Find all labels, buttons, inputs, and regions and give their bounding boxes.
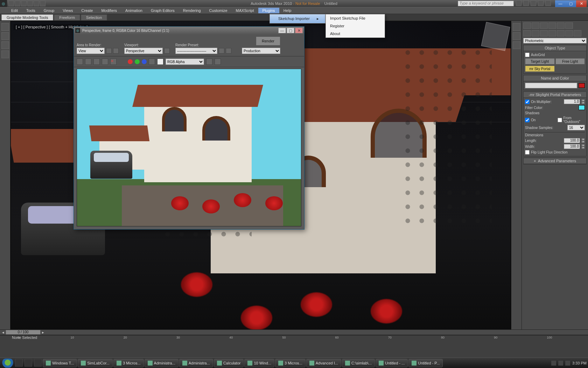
cat-spacewarps-icon[interactable] bbox=[565, 30, 573, 36]
cat-cameras-icon[interactable] bbox=[548, 30, 556, 36]
cmdtab-create-icon[interactable] bbox=[523, 22, 531, 29]
menu-maxscript[interactable]: MAXScript bbox=[232, 8, 258, 13]
shadows-on-checkbox[interactable] bbox=[525, 118, 530, 122]
cmdtab-modify-icon[interactable] bbox=[532, 22, 539, 29]
time-ruler[interactable]: 0 10 20 30 40 50 60 70 80 90 100 bbox=[0, 335, 588, 335]
object-color-swatch[interactable] bbox=[579, 83, 585, 88]
menuitem-import-sketchup[interactable]: Import Sketchup File bbox=[326, 14, 385, 22]
rollout-header[interactable]: + Advanced Parameters bbox=[524, 158, 586, 164]
lock-viewport-icon[interactable] bbox=[164, 48, 170, 54]
cat-lights-icon[interactable] bbox=[540, 30, 548, 36]
help-search-input[interactable]: Type a keyword or phrase bbox=[458, 1, 514, 6]
help-icon[interactable] bbox=[545, 0, 551, 6]
environment-icon[interactable] bbox=[226, 48, 231, 54]
btn-mr-sky-portal[interactable]: mr Sky Portal bbox=[525, 66, 555, 72]
tray-icon[interactable] bbox=[558, 361, 563, 366]
clear-icon[interactable]: ✕ bbox=[110, 59, 117, 65]
task-item[interactable]: Administra... bbox=[145, 359, 178, 367]
task-item[interactable]: Untitled - ... bbox=[376, 359, 408, 367]
tab-freeform[interactable]: Freeform bbox=[54, 14, 80, 20]
menu-customize[interactable]: Customize bbox=[205, 8, 232, 13]
copy-image-icon[interactable] bbox=[85, 59, 91, 65]
production-dropdown[interactable]: Production bbox=[242, 48, 280, 54]
qat-new-icon[interactable] bbox=[8, 1, 14, 6]
spin-up-icon[interactable]: ▴ bbox=[581, 99, 585, 102]
time-slider-thumb[interactable]: 0 / 100 bbox=[6, 330, 41, 335]
tool-percent-icon[interactable] bbox=[513, 41, 520, 49]
tray-clock[interactable]: 3:33 PM bbox=[572, 361, 587, 365]
menu-grapheditors[interactable]: Graph Editors bbox=[147, 8, 179, 13]
qat-undo-icon[interactable] bbox=[27, 1, 33, 6]
render-min-button[interactable]: — bbox=[278, 28, 286, 33]
menu-create[interactable]: Create bbox=[77, 8, 97, 13]
subscription-icon[interactable] bbox=[523, 0, 529, 6]
menu-rendering[interactable]: Rendering bbox=[179, 8, 205, 13]
menu-tools[interactable]: Tools bbox=[22, 8, 40, 13]
cmdtab-display-icon[interactable] bbox=[557, 22, 565, 29]
cmdtab-hierarchy-icon[interactable] bbox=[540, 22, 548, 29]
viewport-dropdown[interactable]: Perspective bbox=[124, 48, 163, 54]
btn-target-light[interactable]: Target Light bbox=[525, 58, 555, 64]
btn-free-light[interactable]: Free Light bbox=[555, 58, 585, 64]
ql-explorer-icon[interactable] bbox=[24, 359, 32, 367]
favorites-icon[interactable] bbox=[538, 0, 544, 6]
tool-select-icon[interactable] bbox=[1, 23, 9, 31]
minimize-button[interactable]: — bbox=[555, 0, 566, 7]
channel-green-icon[interactable] bbox=[135, 59, 140, 64]
task-item[interactable]: Calculator bbox=[214, 359, 244, 367]
shadow-samples-dropdown[interactable]: 16 bbox=[567, 125, 585, 130]
comm-icon[interactable] bbox=[531, 0, 536, 6]
tool-snap-icon[interactable] bbox=[513, 23, 520, 31]
qat-open-icon[interactable] bbox=[15, 1, 20, 6]
tool-scale-icon[interactable] bbox=[1, 50, 9, 58]
clone-window-icon[interactable] bbox=[93, 59, 100, 65]
toggle-ui-icon[interactable] bbox=[215, 59, 221, 65]
cat-systems-icon[interactable] bbox=[574, 30, 581, 36]
rollout-header[interactable]: Name and Color bbox=[524, 75, 586, 81]
start-button[interactable] bbox=[1, 359, 14, 368]
task-item[interactable]: 3 Micros... bbox=[113, 359, 144, 367]
rollout-header[interactable]: Object Type bbox=[524, 45, 586, 51]
menuitem-register[interactable]: Register bbox=[326, 22, 385, 30]
tool-rotate-icon[interactable] bbox=[1, 41, 9, 49]
qat-more-icon[interactable] bbox=[40, 1, 46, 6]
tray-icon[interactable] bbox=[551, 361, 556, 366]
filter-color-swatch[interactable] bbox=[579, 105, 585, 110]
task-item[interactable]: Windows T... bbox=[43, 359, 77, 367]
task-item[interactable]: C:\simlab\... bbox=[342, 359, 375, 367]
cat-shapes-icon[interactable] bbox=[532, 30, 539, 36]
autogrid-checkbox[interactable] bbox=[525, 53, 530, 57]
app-logo-icon[interactable]: ◎ bbox=[0, 0, 7, 7]
tray-volume-icon[interactable] bbox=[565, 361, 570, 366]
menu-modifiers[interactable]: Modifiers bbox=[97, 8, 121, 13]
qat-redo-icon[interactable] bbox=[34, 1, 39, 6]
spin-down-icon[interactable]: ▾ bbox=[581, 102, 585, 104]
channel-blue-icon[interactable] bbox=[142, 59, 147, 64]
channel-red-icon[interactable] bbox=[128, 59, 133, 64]
slider-right-icon[interactable]: ▸ bbox=[42, 330, 44, 335]
cat-geometry-icon[interactable] bbox=[523, 30, 531, 36]
render-close-button[interactable]: ✕ bbox=[295, 28, 303, 33]
preset-dropdown[interactable]: ------------------------- bbox=[175, 48, 217, 54]
menu-views[interactable]: Views bbox=[58, 8, 77, 13]
category-dropdown[interactable]: Photometric bbox=[523, 38, 587, 43]
area-dropdown[interactable]: View bbox=[77, 48, 105, 54]
cat-helpers-icon[interactable] bbox=[557, 30, 565, 36]
task-item[interactable]: Untitled - P... bbox=[408, 359, 443, 367]
task-item[interactable]: 10 Wind... bbox=[244, 359, 274, 367]
tool-angle-icon[interactable] bbox=[513, 32, 520, 40]
menu-group[interactable]: Group bbox=[40, 8, 59, 13]
print-icon[interactable] bbox=[102, 59, 108, 65]
ql-ie-icon[interactable] bbox=[15, 359, 23, 367]
tab-graphite[interactable]: Graphite Modeling Tools bbox=[1, 14, 53, 20]
flip-flux-checkbox[interactable] bbox=[525, 150, 530, 155]
rollout-header[interactable]: -mr Skylight Portal Parameters bbox=[524, 92, 586, 98]
render-output-canvas[interactable] bbox=[77, 69, 301, 226]
save-image-icon[interactable] bbox=[77, 59, 83, 65]
tool-move-icon[interactable] bbox=[1, 32, 9, 40]
render-setup-icon[interactable] bbox=[219, 48, 224, 54]
tab-selection[interactable]: Selection bbox=[81, 14, 107, 20]
area-auto-icon[interactable] bbox=[113, 48, 119, 54]
viewcube-icon[interactable] bbox=[481, 22, 510, 51]
alpha-icon[interactable] bbox=[149, 59, 155, 65]
